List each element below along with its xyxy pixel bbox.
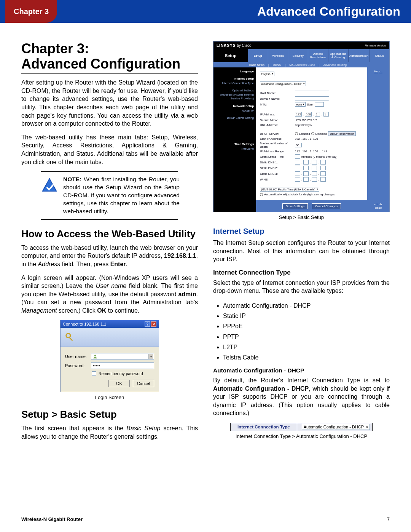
chapter-heading-line1: Chapter 3: <box>21 41 89 56</box>
help-icon[interactable]: ? <box>145 321 150 327</box>
section-internet-setup: Internet Setup <box>213 227 390 236</box>
ict-figure: Internet Connection Type Automatic Confi… <box>213 423 390 431</box>
linksys-sidebar: Language Internet Setup Internet Connect… <box>213 67 256 200</box>
username-label: User name: <box>65 354 88 359</box>
tab-security[interactable]: Security <box>288 49 308 62</box>
intro-para-2: The web-based utility has these main tab… <box>21 133 198 166</box>
heading-rule <box>21 73 198 74</box>
list-item: PPPoE <box>223 321 390 331</box>
mtu-size-field[interactable] <box>315 102 324 107</box>
ok-button[interactable]: OK <box>108 380 130 387</box>
login-figure: Connect to 192.168.1.1 ? ✕ User name: ▾ <box>21 320 198 392</box>
ict-figure-select[interactable]: Automatic Configuration - DHCP <box>302 424 370 430</box>
subtab-ddns[interactable]: DDNS <box>273 63 281 67</box>
page-footer: Wireless-N Gigabit Router 7 <box>21 514 390 522</box>
page-body: Chapter 3: Advanced Configuration After … <box>0 23 411 446</box>
ict-para: Select the type of Internet connection y… <box>213 279 390 295</box>
access-para-2: A login screen will appear. (Non-Windows… <box>21 274 198 315</box>
ict-bullets: Automatic Configuration - DHCP Static IP… <box>213 300 390 363</box>
page-header: Chapter 3 Advanced Configuration <box>0 0 411 23</box>
help-link[interactable]: Help... <box>367 67 389 75</box>
list-item: PPTP <box>223 332 390 342</box>
linksys-caption: Setup > Basic Setup <box>213 214 390 220</box>
main-tabs: Setup Wireless Security Access Restricti… <box>248 49 389 62</box>
list-item: Telstra Cable <box>223 352 390 363</box>
linksys-content: English Automatic Configuration - DHCP H… <box>256 67 367 200</box>
footer-product: Wireless-N Gigabit Router <box>21 516 83 522</box>
chapter-heading-line2: Advanced Configuration <box>21 56 180 72</box>
section-label: Setup <box>213 49 248 62</box>
login-caption: Login Screen <box>21 395 198 400</box>
list-item: Automatic Configuration - DHCP <box>223 300 390 311</box>
access-para-1: To access the web-based utility, launch … <box>21 244 198 268</box>
chevron-down-icon[interactable]: ▾ <box>148 354 153 359</box>
heading-ict: Internet Connection Type <box>213 269 390 276</box>
dhcp-reservation-button[interactable]: DHCP Reservation <box>328 131 356 136</box>
tab-administration[interactable]: Administration <box>348 49 370 62</box>
username-field[interactable]: ▾ <box>91 353 154 360</box>
login-dialog: Connect to 192.168.1.1 ? ✕ User name: ▾ <box>60 320 159 392</box>
linksys-admin-figure: LINKSYS by Cisco Firmware Version: Setup… <box>213 41 390 212</box>
cancel-changes-button[interactable]: Cancel Changes <box>312 203 341 209</box>
right-column: LINKSYS by Cisco Firmware Version: Setup… <box>213 41 390 446</box>
save-settings-button[interactable]: Save Settings <box>282 203 308 209</box>
subtab-mac[interactable]: MAC Address Clone <box>289 63 315 67</box>
intro-para-1: After setting up the Router with the Set… <box>21 78 198 128</box>
remember-label: Remember my password <box>99 371 143 376</box>
footer-page-number: 7 <box>387 516 390 522</box>
language-select[interactable]: English <box>260 72 274 76</box>
tab-apps-gaming[interactable]: Applications & Gaming <box>328 49 348 62</box>
heading-auto-dhcp: Automatic Configuration - DHCP <box>213 367 390 374</box>
ict-figure-label: Internet Connection Type <box>231 423 297 431</box>
basic-setup-para: The first screen that appears is the Bas… <box>21 424 198 441</box>
tab-status[interactable]: Status <box>369 49 389 62</box>
note-callout: NOTE: When first installing the Router, … <box>21 171 198 220</box>
chapter-label: Chapter 3 <box>5 0 57 23</box>
remember-checkbox[interactable] <box>92 371 96 376</box>
firmware-label: Firmware Version: <box>365 44 386 47</box>
subnet-select[interactable]: 255.255.255.0 <box>295 118 318 122</box>
user-icon <box>93 354 97 359</box>
note-text: NOTE: When first installing the Router, … <box>63 176 180 216</box>
password-field[interactable]: ••••• <box>91 362 154 369</box>
auto-dhcp-para: By default, the Router's Internet Connec… <box>213 376 390 417</box>
dhcp-disabled-radio[interactable] <box>311 132 314 135</box>
chapter-heading: Chapter 3: Advanced Configuration <box>21 41 198 71</box>
list-item: L2TP <box>223 342 390 352</box>
note-label: NOTE: <box>63 176 81 182</box>
cancel-button[interactable]: Cancel <box>133 380 154 387</box>
list-item: Static IP <box>223 311 390 321</box>
login-title: Connect to 192.168.1.1 <box>63 322 106 326</box>
section-basic-setup: Setup > Basic Setup <box>21 409 198 420</box>
timezone-select[interactable]: (GMT-08:00) Pacific Time (USA & Canada) <box>260 187 319 192</box>
mtu-select[interactable]: Auto <box>295 102 306 107</box>
svg-point-4 <box>94 355 96 357</box>
hostname-field[interactable] <box>295 91 329 95</box>
ict-select[interactable]: Automatic Configuration - DHCP <box>260 81 306 86</box>
internet-setup-para: The Internet Setup section configures th… <box>213 239 390 264</box>
left-column: Chapter 3: Advanced Configuration After … <box>21 41 198 446</box>
dhcp-enabled-radio[interactable] <box>295 132 298 135</box>
subtab-basic[interactable]: Basic Setup <box>249 63 264 67</box>
note-icon <box>40 176 59 195</box>
linksys-logo: LINKSYS by Cisco <box>217 43 251 48</box>
linksys-help-col: Help... <box>367 67 389 200</box>
tab-setup[interactable]: Setup <box>248 49 268 62</box>
cisco-logo: ıılıılı cisco <box>367 200 389 212</box>
header-title: Advanced Configuration <box>257 5 400 19</box>
close-icon[interactable]: ✕ <box>151 321 156 327</box>
tab-access-restrictions[interactable]: Access Restrictions <box>308 49 328 62</box>
password-label: Password: <box>65 363 88 368</box>
section-access-utility: How to Access the Web-Based Utility <box>21 228 198 240</box>
domainname-field[interactable] <box>295 96 329 101</box>
ict-figure-caption: Internet Connection Type > Automatic Con… <box>213 433 390 439</box>
subtab-adv-routing[interactable]: Advanced Routing <box>323 63 347 67</box>
svg-rect-3 <box>68 337 73 341</box>
tab-wireless[interactable]: Wireless <box>268 49 288 62</box>
sub-tabs: Basic Setup | DDNS | MAC Address Clone |… <box>213 62 389 67</box>
